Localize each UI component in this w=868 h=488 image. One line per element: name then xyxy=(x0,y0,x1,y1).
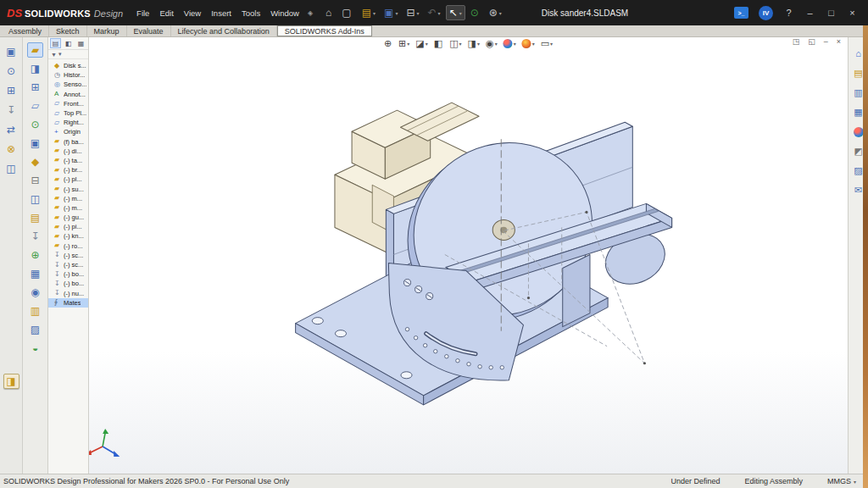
status-item[interactable]: MMGS ▾ xyxy=(827,477,856,485)
user-avatar[interactable]: IV xyxy=(759,6,773,20)
tree-item[interactable]: ▰ (-) pl... xyxy=(48,175,88,184)
scene-icon[interactable]: ▾ xyxy=(520,38,537,49)
tree-item[interactable]: ▱ Front... xyxy=(48,99,88,108)
tree-item[interactable]: ▰ (f) ba... xyxy=(48,137,88,147)
print-tool-icon[interactable]: ⊟ xyxy=(27,173,43,188)
viewport-minimize-icon[interactable]: – xyxy=(824,38,828,46)
print-button[interactable]: ⊟ ▾ xyxy=(403,5,422,20)
hide-show-icon[interactable]: ◉ ▾ xyxy=(484,38,499,49)
part-tool-icon[interactable]: ◆ xyxy=(27,154,43,169)
tree-item[interactable]: ▰ (-) pi... xyxy=(48,222,88,231)
fastener-tool-icon[interactable]: ↧ xyxy=(27,229,43,244)
new-document-button[interactable]: ▢ xyxy=(338,5,356,20)
columns-tool-icon[interactable]: ▥ xyxy=(27,303,43,319)
configurations-tab-icon[interactable]: ▦ xyxy=(75,38,86,48)
menu-item[interactable]: Edit xyxy=(154,7,178,19)
ribbon-tab[interactable]: Markup xyxy=(87,25,127,36)
menu-item[interactable]: Insert xyxy=(206,7,236,19)
pin-menu-icon[interactable]: ◈ xyxy=(308,9,313,17)
assembly-features-icon[interactable]: ◫ xyxy=(3,161,19,176)
open-button[interactable]: ▤ ▾ xyxy=(359,5,379,20)
tree-item[interactable]: ▰ (-) m... xyxy=(48,203,88,213)
zoom-area-icon[interactable]: ⊞ ▾ xyxy=(397,38,411,49)
features-tool-icon[interactable]: ◨ xyxy=(27,61,43,76)
save-button[interactable]: ▣ ▾ xyxy=(381,5,401,20)
sketch-tool-icon[interactable]: ▰ xyxy=(27,42,43,58)
pattern-tool-icon[interactable]: ⊞ xyxy=(27,80,43,95)
tree-item[interactable]: ↧ (-) sc... xyxy=(48,251,88,260)
tree-item[interactable]: ▰ (-) m... xyxy=(48,194,88,203)
component-pattern-icon[interactable]: ⊞ xyxy=(3,83,19,98)
minimize-button[interactable]: – xyxy=(804,8,815,18)
menu-item[interactable]: Window xyxy=(265,7,304,19)
tree-item[interactable]: ▰ (-) ro... xyxy=(48,241,88,251)
smart-fasteners-icon[interactable]: ↧ xyxy=(3,103,19,118)
section-view-icon[interactable]: ◪ ▾ xyxy=(414,38,429,49)
filter-funnel-icon[interactable]: ▼ xyxy=(51,52,57,58)
tree-item[interactable]: ▰ (-) su... xyxy=(48,184,88,193)
ribbon-tab[interactable]: SOLIDWORKS Add-Ins xyxy=(277,25,372,36)
menu-item[interactable]: Tools xyxy=(236,7,265,19)
sphere-tool-icon[interactable]: ◒ xyxy=(27,341,43,356)
orientation-triad[interactable] xyxy=(89,429,120,457)
hatch-tool-icon[interactable]: ▨ xyxy=(27,322,43,337)
tree-item[interactable]: ▰ (-) br... xyxy=(48,165,88,175)
menu-item[interactable]: File xyxy=(131,7,154,19)
appearances-icon[interactable]: ▾ xyxy=(502,38,518,49)
ribbon-tab[interactable]: Sketch xyxy=(49,25,87,36)
add-component-tool-icon[interactable]: ⊕ xyxy=(27,247,43,263)
exploded-view-icon[interactable]: ⊗ xyxy=(3,141,19,157)
home-button[interactable]: ⌂ xyxy=(322,5,337,20)
view-settings-icon[interactable]: ▭ ▾ xyxy=(539,38,554,49)
tree-item[interactable]: ◎ Senso... xyxy=(48,80,88,89)
tree-item[interactable]: ▰ (-) kn... xyxy=(48,231,88,241)
select-arrow-button[interactable]: ↖ ▾ xyxy=(446,5,465,20)
library-tool-icon[interactable]: ▤ xyxy=(27,210,43,225)
tree-item[interactable]: ▰ (-) gu... xyxy=(48,213,88,222)
mate-icon[interactable]: ⊙ xyxy=(3,64,19,79)
ribbon-tab[interactable]: Evaluate xyxy=(127,25,171,36)
view-orientation-icon[interactable]: ◫ ▾ xyxy=(448,38,463,49)
propertymanager-tab-icon[interactable]: ◧ xyxy=(63,38,74,48)
move-component-icon[interactable]: ⇄ xyxy=(3,122,19,137)
reference-plane-tool-icon[interactable]: ▱ xyxy=(27,98,43,114)
help-button[interactable]: ? xyxy=(783,8,794,18)
options-gear-button[interactable]: ⊛ ▾ xyxy=(486,5,505,20)
tree-item[interactable]: A Annot... xyxy=(48,90,88,99)
ribbon-tab[interactable]: Lifecycle and Collaboration xyxy=(171,25,277,36)
tree-item[interactable]: ▰ (-) di... xyxy=(48,147,88,156)
viewport-split-icon[interactable]: ◱ xyxy=(808,38,815,46)
tree-item[interactable]: ◷ Histor... xyxy=(48,70,88,80)
menu-item[interactable]: View xyxy=(179,7,206,19)
ribbon-tab[interactable]: Assembly xyxy=(2,25,49,36)
tree-item[interactable]: ↧ (-) bo... xyxy=(48,269,88,279)
featuremanager-tab-icon[interactable]: ▤ xyxy=(50,38,61,48)
rebuild-button[interactable]: ⊙ xyxy=(467,5,484,20)
tree-item[interactable]: + Origin xyxy=(48,127,88,136)
viewport-close-icon[interactable]: × xyxy=(837,38,841,46)
graphics-viewport[interactable]: ⊕ ⊞ ▾ ◪ ▾ xyxy=(89,37,848,474)
viewport-restore-icon[interactable]: ◳ xyxy=(793,38,800,46)
instant3d-toggle-icon[interactable]: ◨ xyxy=(3,374,19,389)
tree-item[interactable]: ∮ Mates xyxy=(48,298,88,308)
display-style-icon[interactable]: ◨ ▾ xyxy=(466,38,481,49)
tree-item[interactable]: ↧ (-) nu... xyxy=(48,289,88,298)
cloud-console-icon[interactable]: >_ xyxy=(734,7,748,19)
tree-item[interactable]: ▰ (-) ta... xyxy=(48,156,88,165)
tree-item[interactable]: ▱ Top Pl... xyxy=(48,108,88,118)
tree-item[interactable]: ↧ (-) bo... xyxy=(48,279,88,288)
grid-tool-icon[interactable]: ▦ xyxy=(27,266,43,281)
close-button[interactable]: × xyxy=(847,8,858,18)
rebuild-tool-icon[interactable]: ⊙ xyxy=(27,117,43,132)
undo-button[interactable]: ↶ ▾ xyxy=(425,5,444,20)
tree-item[interactable]: ◆ Disk s... xyxy=(48,61,88,70)
zoom-fit-icon[interactable]: ⊕ xyxy=(382,38,394,49)
display-tool-icon[interactable]: ◫ xyxy=(27,191,43,207)
maximize-button[interactable]: □ xyxy=(826,8,837,18)
save-tool-icon[interactable]: ▣ xyxy=(27,136,43,151)
filter-caret-icon[interactable]: ▾ xyxy=(58,51,62,58)
assembly-model-canvas[interactable] xyxy=(89,37,848,474)
tree-item[interactable]: ↧ (-) sc... xyxy=(48,260,88,269)
measure-icon[interactable]: ◧ xyxy=(432,38,445,49)
target-tool-icon[interactable]: ◉ xyxy=(27,285,43,300)
